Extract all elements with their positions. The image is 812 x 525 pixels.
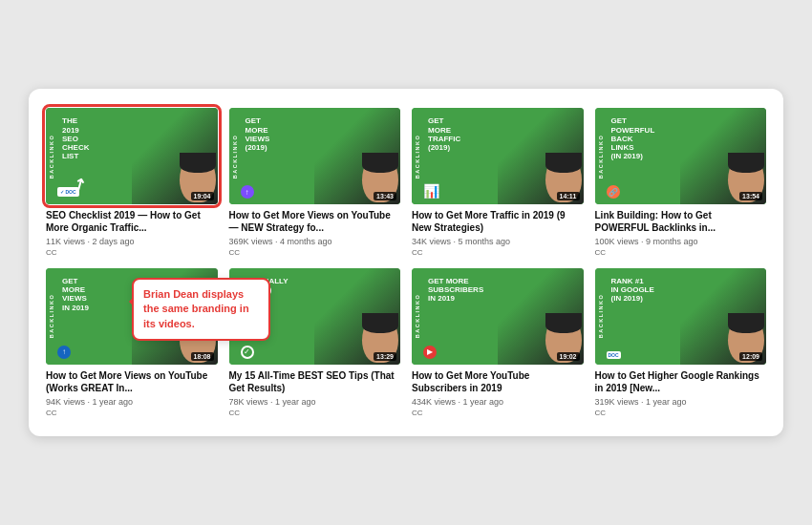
link-icon-4: 🔗 <box>607 185 620 199</box>
meta-2: 369K views · 4 months ago <box>229 236 401 248</box>
backlinko-label-7: BACKLINKO <box>415 294 420 339</box>
cc-1: CC <box>46 248 218 257</box>
duration-6: 13:29 <box>374 352 396 361</box>
meta-6: 78K views · 1 year ago <box>229 396 401 409</box>
thumbnail-4[interactable]: BACKLINKO GETPOWERFULBACKLINKS(IN 2019) … <box>595 108 767 204</box>
meta-8: 319K views · 1 year ago <box>595 396 767 409</box>
title-2: How to Get More Views on YouTube — NEW S… <box>229 209 401 234</box>
backlinko-label-2: BACKLINKO <box>232 135 238 179</box>
video-item-7[interactable]: BACKLINKO GET MORESUBSCRIBERSIN 2019 ▶ <box>412 268 584 417</box>
meta-5: 94K views · 1 year ago <box>46 396 218 409</box>
person-area-6 <box>314 268 400 365</box>
thumbnail-2[interactable]: BACKLINKO GETMOREVIEWS(2019) ↑ 13 <box>229 108 401 204</box>
thumbnail-1[interactable]: BACKLINKO THE2019SEOCHECKLIST ✓ DOC ↗ <box>46 108 218 204</box>
person-area-4 <box>680 108 766 204</box>
doc-icon-8: DOC <box>607 351 621 359</box>
cc-3: CC <box>412 248 584 257</box>
video-item-4[interactable]: BACKLINKO GETPOWERFULBACKLINKS(IN 2019) … <box>595 108 767 257</box>
person-area-1 <box>132 108 218 204</box>
backlinko-label: BACKLINKO <box>49 135 54 179</box>
backlinko-label-5: BACKLINKO <box>49 294 54 339</box>
backlinko-label-4: BACKLINKO <box>598 135 604 179</box>
chart-icon-3: 📊 <box>423 183 439 199</box>
cc-8: CC <box>595 409 767 417</box>
cc-6: CC <box>229 409 401 417</box>
cc-5: CC <box>46 409 218 417</box>
meta-7: 434K views · 1 year ago <box>412 396 584 409</box>
title-7: How to Get More YouTube Subscribers in 2… <box>412 369 584 394</box>
duration-1: 19:04 <box>191 192 214 200</box>
person-area-7 <box>498 268 584 365</box>
main-card: BACKLINKO THE2019SEOCHECKLIST ✓ DOC ↗ <box>29 89 783 435</box>
duration-7: 19:02 <box>557 352 580 361</box>
thumbnail-3[interactable]: BACKLINKO GETMORETRAFFIC(2019) 📊 14:11 <box>412 108 584 204</box>
row-2-wrapper: BACKLINKO GETMOREVIEWSIN 2019 ↑ <box>46 268 766 417</box>
video-item-1[interactable]: BACKLINKO THE2019SEOCHECKLIST ✓ DOC ↗ <box>46 108 218 257</box>
play-icon-7: ▶ <box>423 346 437 359</box>
duration-3: 14:11 <box>557 192 580 200</box>
meta-4: 100K views · 9 months ago <box>595 236 767 248</box>
duration-4: 13:54 <box>739 192 762 200</box>
icon-2: ↑ <box>241 185 254 199</box>
arrow-icon-5: ↑ <box>57 346 71 359</box>
check-icon-6: ✓ <box>241 346 254 359</box>
thumbnail-8[interactable]: BACKLINKO RANK #1IN GOOGLE(IN 2019) DOC … <box>595 268 767 365</box>
cc-7: CC <box>412 409 584 417</box>
video-item-2[interactable]: BACKLINKO GETMOREVIEWS(2019) ↑ 13 <box>229 108 401 257</box>
meta-3: 34K views · 5 months ago <box>412 236 584 248</box>
person-area-3 <box>498 108 584 204</box>
title-8: How to Get Higher Google Rankings in 201… <box>595 369 767 394</box>
video-item-8[interactable]: BACKLINKO RANK #1IN GOOGLE(IN 2019) DOC … <box>595 268 767 417</box>
row-1: BACKLINKO THE2019SEOCHECKLIST ✓ DOC ↗ <box>46 108 766 257</box>
thumbnail-7[interactable]: BACKLINKO GET MORESUBSCRIBERSIN 2019 ▶ <box>412 268 584 365</box>
video-item-3[interactable]: BACKLINKO GETMORETRAFFIC(2019) 📊 14:11 H… <box>412 108 584 257</box>
person-area-8 <box>680 268 766 365</box>
title-5: How to Get More Views on YouTube (Works … <box>46 369 218 394</box>
duration-2: 13:43 <box>374 192 396 200</box>
video-grid: BACKLINKO THE2019SEOCHECKLIST ✓ DOC ↗ <box>46 108 766 416</box>
cc-2: CC <box>229 248 401 257</box>
cc-4: CC <box>595 248 767 257</box>
backlinko-label-8: BACKLINKO <box>598 294 604 339</box>
meta-1: 11K views · 2 days ago <box>46 236 218 248</box>
duration-5: 18:08 <box>191 352 214 361</box>
title-3: How to Get More Traffic in 2019 (9 New S… <box>412 209 584 234</box>
hair-1 <box>180 153 216 173</box>
person-area-2 <box>314 108 400 204</box>
title-1: SEO Checklist 2019 — How to Get More Org… <box>46 209 218 234</box>
title-6: My 15 All-Time BEST SEO Tips (That Get R… <box>229 369 401 394</box>
backlinko-label-3: BACKLINKO <box>415 135 420 179</box>
duration-8: 12:09 <box>739 352 762 361</box>
title-4: Link Building: How to Get POWERFUL Backl… <box>595 209 767 234</box>
callout-bubble: Brian Dean displays the same branding in… <box>132 278 270 341</box>
